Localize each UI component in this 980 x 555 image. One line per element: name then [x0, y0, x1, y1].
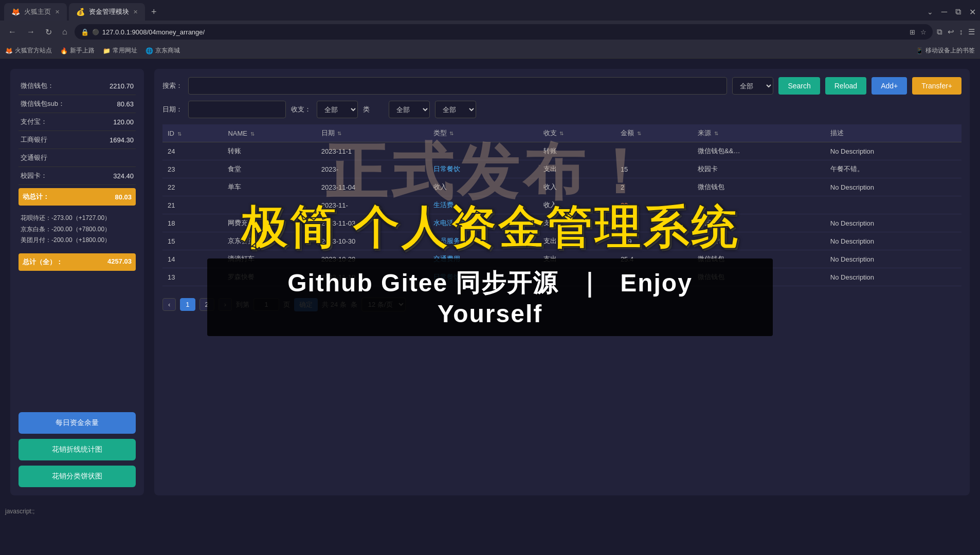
- tab-list-icon[interactable]: ⌄: [927, 8, 933, 16]
- main-content: 微信钱包： 2210.70 微信钱包sub： 80.63 支付宝： 120.00…: [0, 59, 980, 506]
- account-alipay: 支付宝： 120.00: [19, 113, 136, 131]
- transfer-button[interactable]: Transfer+: [912, 77, 961, 95]
- cell-type: 交通费用: [428, 250, 538, 268]
- restore-icon[interactable]: ⧉: [955, 7, 961, 17]
- bookmark-common[interactable]: 📁 常用网址: [103, 46, 137, 55]
- alipay-value: 120.00: [113, 118, 134, 126]
- tab-controls: ⌄: [927, 8, 939, 16]
- page-goto-input[interactable]: [253, 298, 279, 311]
- category-select[interactable]: 全部: [732, 77, 773, 95]
- cell-date: 2023-10-30: [316, 232, 428, 250]
- cell-id: 13: [162, 268, 223, 286]
- bookmark-newbie[interactable]: 🔥 新手上路: [60, 46, 95, 55]
- tab-add-button[interactable]: +: [147, 6, 161, 18]
- sync-button[interactable]: ↕: [959, 27, 964, 36]
- source-select[interactable]: 全部: [435, 101, 476, 118]
- nav-bar: ← → ↻ ⌂ 🔒 ⚫ 127.0.0.1:9008/04money_arran…: [0, 21, 980, 43]
- page-confirm-button[interactable]: 确定: [294, 298, 318, 311]
- table-body: 24 转账 2023-11-1 转账 微信钱包&&… No Descriptio…: [162, 142, 961, 286]
- cell-income: 支出: [538, 232, 615, 250]
- cell-type: 生活费: [428, 196, 538, 214]
- col-amount[interactable]: 金额 ⇅: [615, 124, 693, 142]
- cell-income: 收入: [538, 178, 615, 196]
- goto-label: 到第: [236, 300, 249, 309]
- page-1-button[interactable]: 1: [180, 298, 195, 311]
- cell-amount: 16.4: [615, 268, 693, 286]
- reload-button[interactable]: Reload: [825, 77, 866, 95]
- prev-page-button[interactable]: ‹: [162, 298, 176, 311]
- forward-button[interactable]: →: [24, 25, 38, 39]
- cell-source: 微信钱包: [693, 250, 825, 268]
- status-bar: javascript:;: [0, 506, 980, 518]
- account-icbc: 工商银行 1694.30: [19, 131, 136, 149]
- cell-source: 微信钱包: [693, 268, 825, 286]
- cell-amount: 15: [615, 160, 693, 178]
- back-button[interactable]: ←: [5, 25, 20, 39]
- cell-id: 22: [162, 178, 223, 196]
- col-income[interactable]: 收支 ⇅: [538, 124, 615, 142]
- col-source[interactable]: 来源 ⇅: [693, 124, 825, 142]
- table-wrapper: ID ⇅ NAME ⇅ 日期 ⇅ 类型 ⇅ 收支 ⇅ 金额 ⇅ 来源 ⇅ 描述: [162, 124, 961, 286]
- tab-1-close[interactable]: ✕: [55, 9, 60, 15]
- cell-type: 水电活居费: [428, 214, 538, 232]
- icbc-label: 工商银行: [21, 135, 47, 144]
- col-date[interactable]: 日期 ⇅: [316, 124, 428, 142]
- cell-source: 校园卡: [693, 214, 825, 232]
- tab-bar: 🦊 火狐主页 ✕ 💰 资金管理模块 ✕ + ⌄ ─ ⧉ ✕: [0, 0, 980, 21]
- cell-amount: 2: [615, 178, 693, 196]
- bookmark-folder-icon: 📁: [103, 47, 111, 54]
- search-button[interactable]: Search: [778, 77, 820, 95]
- type-label: 类: [363, 105, 384, 114]
- page-2-button[interactable]: 2: [199, 298, 214, 311]
- expense-pie-chart-button[interactable]: 花销分类饼状图: [19, 466, 136, 487]
- account-wechat-sub: 微信钱包sub： 80.63: [19, 95, 136, 113]
- col-id[interactable]: ID ⇅: [162, 124, 223, 142]
- icbc-value: 1694.30: [110, 136, 134, 144]
- bookmark-jd[interactable]: 🌐 京东商城: [146, 46, 180, 55]
- account-campus: 校园卡： 324.40: [19, 167, 136, 185]
- cell-type: 日常餐饮: [428, 160, 538, 178]
- cell-income: 收入: [538, 196, 615, 214]
- minimize-icon[interactable]: ─: [941, 7, 947, 17]
- tab-2-close[interactable]: ✕: [133, 9, 138, 15]
- bookmark-firefox[interactable]: 🦊 火狐官方站点: [5, 46, 52, 55]
- daily-balance-button[interactable]: 每日资金余量: [19, 412, 136, 434]
- income-select[interactable]: 全部: [317, 101, 358, 118]
- cell-name: 转账: [223, 142, 316, 160]
- bookmark-star-icon[interactable]: ☆: [920, 28, 927, 36]
- page-size-select[interactable]: 12 条/页 24 条/页 36 条/页: [361, 298, 406, 311]
- lock-icon: ⚫: [92, 29, 99, 35]
- expense-line-chart-button[interactable]: 花销折线统计图: [19, 439, 136, 460]
- next-page-button[interactable]: ›: [219, 298, 232, 311]
- add-button[interactable]: Add+: [872, 77, 907, 95]
- tab-money[interactable]: 💰 资金管理模块 ✕: [69, 3, 145, 21]
- extensions-icon[interactable]: ⊞: [910, 28, 915, 36]
- bookmarks-bar: 🦊 火狐官方站点 🔥 新手上路 📁 常用网址 🌐 京东商城 📱 移动设备上的书签: [0, 43, 980, 59]
- wechat-value: 2210.70: [110, 82, 134, 90]
- address-bar[interactable]: 🔒 ⚫ 127.0.0.1:9008/04money_arrange/ ⊞ ☆: [75, 24, 933, 40]
- cell-source: 微信钱包&&…: [693, 142, 825, 160]
- close-icon[interactable]: ✕: [969, 7, 976, 17]
- home-button[interactable]: ⌂: [59, 25, 70, 39]
- total-full-value: 4257.03: [107, 257, 132, 267]
- bookmark-mobile[interactable]: 📱 移动设备上的书签: [916, 46, 975, 55]
- cell-desc: 午餐不错。: [825, 160, 961, 178]
- cell-desc: No Description: [825, 268, 961, 286]
- tab-homepage[interactable]: 🦊 火狐主页 ✕: [4, 3, 67, 21]
- cell-name: 食堂: [223, 160, 316, 178]
- col-name[interactable]: NAME ⇅: [223, 124, 316, 142]
- date-input[interactable]: [188, 101, 286, 118]
- credit-huabei: 花呗待还：-273.00（+1727.00）: [21, 213, 134, 224]
- col-type[interactable]: 类型 ⇅: [428, 124, 538, 142]
- table-row: 15 京东会员 2023-10-30 会员服务 支出 139 微信钱包 No D…: [162, 232, 961, 250]
- cell-date: 2023-11-10: [316, 268, 428, 286]
- account-boc: 交通银行: [19, 149, 136, 167]
- undo-button[interactable]: ↩: [948, 27, 954, 36]
- extensions-button[interactable]: ⧉: [937, 27, 942, 36]
- menu-button[interactable]: ☰: [968, 27, 975, 36]
- search-input[interactable]: [188, 77, 727, 95]
- type-select[interactable]: 全部: [389, 101, 430, 118]
- reload-button[interactable]: ↻: [42, 25, 55, 39]
- address-text: 127.0.0.1:9008/04money_arrange/: [102, 28, 205, 36]
- date-label: 日期：: [162, 105, 183, 114]
